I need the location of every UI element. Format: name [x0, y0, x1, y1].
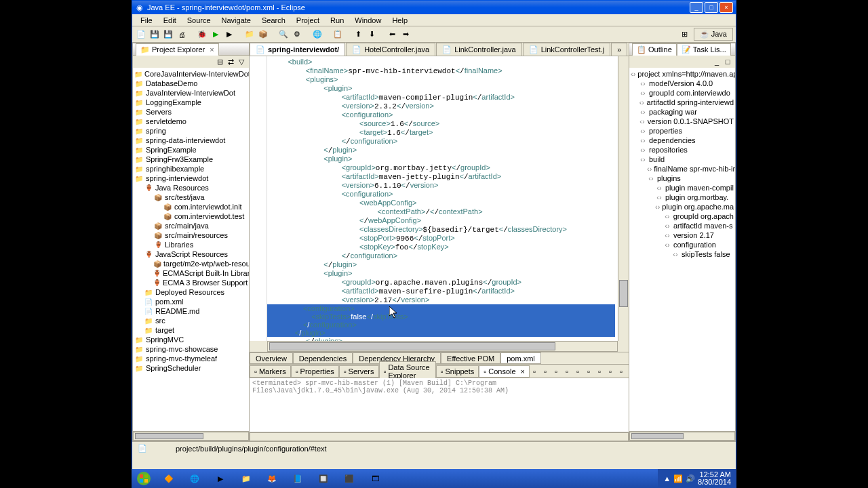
app1-button[interactable]: 📘	[285, 470, 310, 487]
max-button[interactable]: ▫	[616, 367, 626, 376]
remove-button[interactable]: ▫	[540, 367, 550, 376]
save-all-button[interactable]: 💾	[162, 28, 174, 41]
outline-maximize-button[interactable]: □	[723, 57, 732, 66]
menu-search[interactable]: Search	[256, 15, 291, 26]
java-perspective-button[interactable]: ☕ Java	[694, 28, 733, 41]
clear-button[interactable]: ▫	[551, 367, 561, 376]
outline-item[interactable]: ‹›modelVersion 4.0.0	[631, 79, 734, 88]
outline-item[interactable]: ‹›finalName spr-mvc-hib-in	[631, 164, 734, 174]
pom-tab-effective-pom[interactable]: Effective POM	[441, 352, 500, 364]
tree-item[interactable]: spring-interviewdot	[134, 174, 248, 183]
tree-item[interactable]: ECMA 3 Browser Support Libr	[134, 278, 248, 287]
collapse-all-button[interactable]: ⊟	[215, 57, 224, 66]
menu-source[interactable]: Source	[182, 15, 216, 26]
menu-run[interactable]: Run	[325, 15, 349, 26]
outline-item[interactable]: ‹›plugin org.mortbay.	[631, 192, 734, 202]
outline-item[interactable]: ‹›dependencies	[631, 136, 734, 145]
editor-area[interactable]: <build> <finalName>spr-mvc-hib-interview…	[250, 56, 629, 341]
outline-item[interactable]: ‹›packaging war	[631, 107, 734, 117]
outline-minimize-button[interactable]: _	[712, 57, 722, 66]
tree-item[interactable]: spring-mvc-showcase	[134, 344, 248, 354]
menu-help[interactable]: Help	[387, 15, 413, 26]
tree-item[interactable]: com.interviewdot.test	[134, 211, 248, 221]
new-package-button[interactable]: 📦	[257, 28, 269, 41]
outline-item[interactable]: ‹›artifactId maven-s	[631, 221, 734, 230]
tree-item[interactable]: src/test/java	[134, 192, 248, 202]
maximize-button[interactable]: □	[705, 2, 718, 13]
run-last-button[interactable]: ▶	[223, 28, 235, 41]
terminate-button[interactable]: ▫	[530, 367, 539, 376]
prev-annotation-button[interactable]: ⬆	[352, 28, 364, 41]
editor-hscrollbar[interactable]	[267, 341, 618, 352]
tree-item[interactable]: Libraries	[134, 240, 248, 249]
tree-item[interactable]: Java Resources	[134, 183, 248, 192]
save-button[interactable]: 💾	[149, 28, 161, 41]
app3-button[interactable]: ⬛	[337, 470, 361, 487]
project-explorer-tab[interactable]: 📁 Project Explorer ×	[136, 43, 219, 56]
tree-item[interactable]: LoggingExample	[134, 98, 248, 107]
view-tab-servers[interactable]: ▫Servers	[339, 365, 379, 378]
tree-item[interactable]: JavaScript Resources	[134, 249, 248, 259]
view-tab-snippets[interactable]: ▫Snippets	[436, 365, 479, 378]
tree-item[interactable]: SpringExample	[134, 145, 248, 155]
menu-edit[interactable]: Edit	[158, 15, 182, 26]
editor-vscrollbar[interactable]	[618, 56, 629, 341]
outline-tree[interactable]: ‹›project xmlns=http://maven.apac‹›model…	[629, 68, 735, 431]
tree-item[interactable]: CoreJavaInterview-InterviewDot	[134, 69, 248, 79]
open-console-button[interactable]: ▫	[595, 367, 604, 376]
console-output[interactable]: <terminated> spr-mvc-hib-master (1) [Mav…	[250, 378, 629, 432]
scroll-lock-button[interactable]: ▫	[562, 367, 572, 376]
pom-tab-dependencies[interactable]: Dependencies	[293, 352, 353, 364]
outline-item[interactable]: ‹›configuration	[631, 240, 734, 249]
close-tab-icon[interactable]: ×	[210, 45, 214, 54]
tree-item[interactable]: target/m2e-wtp/web-resourc	[134, 259, 248, 268]
outline-item[interactable]: ‹›properties	[631, 126, 734, 136]
tree-item[interactable]: target	[134, 325, 248, 335]
vlc-button[interactable]: 🔶	[157, 470, 181, 487]
back-button[interactable]: ⬅	[386, 28, 398, 41]
menu-project[interactable]: Project	[291, 15, 325, 26]
menu-file[interactable]: File	[135, 15, 158, 26]
code-content[interactable]: <build> <finalName>spr-mvc-hib-interview…	[267, 56, 618, 341]
close-button[interactable]: ×	[719, 2, 733, 13]
tree-item[interactable]: spring-mvc-thymeleaf	[134, 354, 248, 363]
tree-item[interactable]: Servers	[134, 107, 248, 117]
outline-hscrollbar[interactable]	[629, 432, 735, 441]
view-menu-button[interactable]: ▽	[237, 57, 246, 66]
outline-item[interactable]: ‹›version 2.17	[631, 230, 734, 240]
pom-tab-pom.xml[interactable]: pom.xml	[500, 352, 541, 364]
outline-item[interactable]: ‹›build	[631, 155, 734, 164]
tree-item[interactable]: ECMAScript Built-In Library	[134, 268, 248, 278]
nav-button[interactable]: 🌐	[311, 28, 323, 41]
outline-item[interactable]: ‹›groupId org.apach	[631, 211, 734, 221]
tree-item[interactable]: src/main/java	[134, 221, 248, 230]
tree-item[interactable]: SpringScheduler	[134, 363, 248, 373]
pin-button[interactable]: ▫	[573, 367, 583, 376]
tree-item[interactable]: pom.xml	[134, 297, 248, 306]
firefox-button[interactable]: 🦊	[260, 470, 284, 487]
tree-item[interactable]: DatabaseDemo	[134, 79, 248, 88]
task-button[interactable]: 📋	[332, 28, 344, 41]
outline-item[interactable]: ‹›plugin maven-compil	[631, 183, 734, 192]
menu-window[interactable]: Window	[349, 15, 387, 26]
outline-item[interactable]: ‹›plugins	[631, 174, 734, 183]
outline-item[interactable]: ‹›groupId com.interviewdo	[631, 88, 734, 98]
editor-tab[interactable]: 📄HotelController.java	[346, 43, 435, 56]
tree-item[interactable]: src	[134, 316, 248, 325]
app4-button[interactable]: 🗔	[363, 470, 387, 487]
project-tree[interactable]: CoreJavaInterview-InterviewDotDatabaseDe…	[133, 68, 249, 431]
app2-button[interactable]: 🔲	[311, 470, 336, 487]
outline-item[interactable]: ‹›plugin org.apache.ma	[631, 202, 734, 211]
editor-tab[interactable]: 📄spring-interviewdot/	[250, 43, 345, 56]
run-button[interactable]: ▶	[210, 28, 222, 41]
tree-item[interactable]: Deployed Resources	[134, 287, 248, 297]
display-button[interactable]: ▫	[584, 367, 593, 376]
open-perspective-button[interactable]: ⊞	[679, 28, 691, 40]
tree-item[interactable]: SpringFrw3Example	[134, 155, 248, 164]
forward-button[interactable]: ➡	[399, 28, 412, 41]
outline-item[interactable]: ‹›artifactId spring-interviewd	[631, 98, 734, 107]
outline-item[interactable]: ‹›project xmlns=http://maven.apac	[631, 69, 734, 79]
tree-item[interactable]: com.interviewdot.init	[134, 202, 248, 211]
outline-item[interactable]: ‹›skipTests false	[631, 249, 734, 259]
outline-item[interactable]: ‹›version 0.0.1-SNAPSHOT	[631, 117, 734, 126]
